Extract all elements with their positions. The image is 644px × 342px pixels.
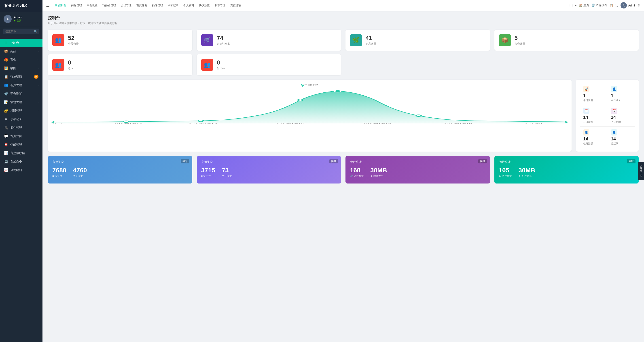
sidebar-item-dashboard[interactable]: ⊞ 控制台 xyxy=(0,39,42,47)
stat-card-total-uv: 👥 0 总uv xyxy=(48,54,192,75)
today-uv-count: 0 xyxy=(217,59,225,66)
topbar-nav-popup[interactable]: 首页弹窗 xyxy=(134,2,149,9)
platform-icon: ⚙️ xyxy=(4,92,8,96)
sidebar-item-label: 插件管理 xyxy=(10,126,22,130)
new-badge: 新 xyxy=(34,75,38,79)
sidebar-item-balance[interactable]: ¥ 余额记录 xyxy=(0,115,42,124)
orders-icon: 📋 xyxy=(4,75,8,79)
attachment-nums: 168 🔗 附件数量 30MB ▼ 附件大小 xyxy=(350,167,486,178)
balance-icon: ¥ xyxy=(4,117,8,121)
chevron-right-icon: › xyxy=(38,84,38,87)
three-day-stat: 📅 14 三日新增 xyxy=(580,105,607,127)
topbar-nav-profile[interactable]: 个人资料 xyxy=(181,2,196,9)
topbar-nav-members[interactable]: 会员管理 xyxy=(118,2,134,9)
grid-menu-button[interactable]: ⋮⋮ ▾ xyxy=(568,4,577,7)
sidebar-item-mail[interactable]: 📮 包邮管理 xyxy=(0,140,42,149)
seven-day-active-label: 七日活跃 xyxy=(583,142,604,145)
total-uv-icon: 👥 xyxy=(52,59,64,71)
attachment-stat-title: 附件统计 xyxy=(350,160,486,164)
page-subtitle: 用于展示当前系统中的统计数据、统计报表及重要实时数据 xyxy=(48,21,639,25)
blindbox-fund-card: 盲盒资金 实时 7680 ■ 待支付 4760 ▼ 已支付 xyxy=(48,156,192,183)
chart-title: 注册用户数 xyxy=(52,83,568,87)
right-notification[interactable]: Admin TEt xyxy=(638,162,644,180)
today-uv-label: 当日uv xyxy=(217,66,225,70)
chevron-right-icon: › xyxy=(38,109,38,112)
chart-label: 3-11 xyxy=(52,122,62,125)
sidebar-item-general[interactable]: 📝 常规管理 › xyxy=(0,98,42,107)
recharge-fund-nums: 3715 ■ 待支付 73 ▼ 已支付 xyxy=(201,167,337,178)
today-login-stat: 👤 1 今日登录 xyxy=(607,83,635,105)
main-wrap: ☰ ⊞ 控制台 商品管理 平台设置 轮播图管理 会员管理 首页弹窗 插件管理 余… xyxy=(42,0,644,342)
topbar-nav: ⊞ 控制台 商品管理 平台设置 轮播图管理 会员管理 首页弹窗 插件管理 余额记… xyxy=(53,2,567,9)
copy-button[interactable]: 📋 xyxy=(610,4,613,7)
blindbox-fund-nums: 7680 ■ 待支付 4760 ▼ 已支付 xyxy=(52,167,188,178)
sidebar-item-plugins[interactable]: 🔌 插件管理 xyxy=(0,124,42,132)
image-size-num: 30MB xyxy=(518,167,535,174)
sidebar-item-goods[interactable]: 📦 商品 › xyxy=(0,47,42,56)
topbar-nav-plugins[interactable]: 插件管理 xyxy=(150,2,165,9)
total-uv-count: 0 xyxy=(68,59,74,66)
sidebar-item-orders[interactable]: 📋 订单明细 新 xyxy=(0,73,42,81)
topbar-nav-version[interactable]: 版本管理 xyxy=(212,2,228,9)
topbar-nav-dashboard[interactable]: ⊞ 控制台 xyxy=(53,2,68,9)
chevron-right-icon: › xyxy=(38,58,38,61)
chart-label: 2023-0... xyxy=(524,122,546,125)
general-icon: 📝 xyxy=(4,100,8,104)
admin-label: Admin xyxy=(628,4,636,7)
goods-stat-icon: 🌿 xyxy=(350,34,362,46)
sidebar-item-blinddata[interactable]: 📊 盲盒假数据 xyxy=(0,149,42,157)
search-area: 🔍 xyxy=(0,26,42,37)
chart-label: 2023-03-14 xyxy=(276,122,304,125)
user3-icon: 👤 xyxy=(611,129,617,136)
monthly-active-num: 14 xyxy=(611,136,632,142)
topbar-nav-recharge[interactable]: 充值选项 xyxy=(228,2,243,9)
sidebar-item-label: 首页弹窗 xyxy=(10,134,22,138)
app-logo: 盲盒后台v5.0 xyxy=(0,0,42,12)
map-icon: 🖼️ xyxy=(4,66,8,70)
sidebar-item-share[interactable]: 📈 分佣明细 xyxy=(0,166,42,174)
sidebar-item-permissions[interactable]: 🔐 权限管理 › xyxy=(0,107,42,115)
chart-card: 注册用户数 xyxy=(48,80,572,152)
chevron-right-icon: › xyxy=(38,101,38,104)
sidebar-item-platform[interactable]: ⚙️ 平台设置 › xyxy=(0,90,42,98)
fullscreen-button[interactable]: ⛶ xyxy=(616,4,618,7)
sidebar-item-label: 权限管理 xyxy=(10,109,22,113)
popup-icon: 💬 xyxy=(4,134,8,138)
topbar: ☰ ⊞ 控制台 商品管理 平台设置 轮播图管理 会员管理 首页弹窗 插件管理 余… xyxy=(42,0,644,11)
topbar-nav-goods[interactable]: 商品管理 xyxy=(69,2,84,9)
bottom-cards: 盲盒资金 实时 7680 ■ 待支付 4760 ▼ 已支付 充值资金 实时 xyxy=(48,156,639,183)
today-register-label: 今日注册 xyxy=(583,99,604,102)
sidebar-item-blindbox[interactable]: 🎁 盲盒 › xyxy=(0,56,42,64)
chart-section: 注册用户数 xyxy=(48,80,639,152)
blindbox-icon: 🎁 xyxy=(4,58,8,62)
online-cmd-icon: 💻 xyxy=(4,160,8,164)
recharge-fund-card: 充值资金 实时 3715 ■ 待支付 73 ▼ 已支付 xyxy=(197,156,341,183)
image-count-label: 🖼 图片数量 xyxy=(499,174,512,178)
clear-cache-button[interactable]: 🗑️ 清除缓存 xyxy=(592,3,608,7)
chart-point xyxy=(298,99,303,101)
home-button[interactable]: 🏠 主页 xyxy=(579,3,589,7)
admin-menu[interactable]: A Admin ⚙ xyxy=(620,2,640,8)
sidebar-item-map[interactable]: 🖼️ 晒图 › xyxy=(0,64,42,73)
hamburger-icon[interactable]: ☰ xyxy=(46,3,50,8)
topbar-nav-balance[interactable]: 余额记录 xyxy=(166,2,181,9)
three-day-num: 14 xyxy=(583,115,604,120)
blindbox-pending-num: 7680 xyxy=(52,167,66,174)
realtime-badge: 实时 xyxy=(181,159,189,164)
image-count-num: 165 xyxy=(499,167,512,174)
chart-peak-point xyxy=(334,90,341,92)
sidebar-item-online-cmd[interactable]: 💻 在线命令 xyxy=(0,157,42,166)
topbar-nav-carousel[interactable]: 轮播图管理 xyxy=(100,2,118,9)
monthly-active-stat: 👤 14 月活跃 xyxy=(607,127,635,148)
chart-point xyxy=(416,115,421,117)
sidebar-item-members[interactable]: 👥 会员管理 › xyxy=(0,81,42,90)
topbar-nav-platform[interactable]: 平台设置 xyxy=(84,2,100,9)
image-size-label: ▼ 图片大小 xyxy=(518,174,535,178)
chart-label: 2023-03-15 xyxy=(363,122,391,125)
user-profile[interactable]: A Admin 在线 xyxy=(0,12,42,26)
realtime-badge3: 实时 xyxy=(478,159,487,164)
sidebar-item-popup[interactable]: 💬 首页弹窗 xyxy=(0,132,42,140)
topbar-nav-policy[interactable]: 协议政策 xyxy=(197,2,212,9)
user-name: Admin xyxy=(14,16,22,19)
today-register-stat: 🚀 1 今日注册 xyxy=(580,83,607,105)
